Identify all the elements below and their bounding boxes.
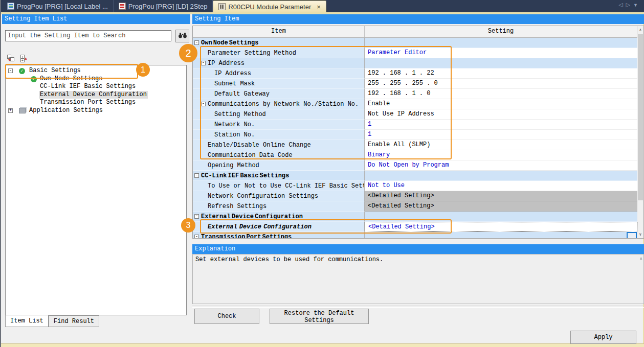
tab-list-icon[interactable]: ▼	[633, 3, 640, 8]
table-row[interactable]: -Own Node Settings	[193, 38, 643, 48]
scrollbar-thumb[interactable]	[638, 34, 643, 200]
tab-scroll-controls: ◁ ▷ ▼	[618, 2, 640, 8]
item-label: Own Node Settings	[201, 38, 258, 48]
next-tab-icon[interactable]: ▷	[626, 2, 632, 8]
tree-item[interactable]: ✓Own Node Settings	[6, 75, 186, 83]
tab-label: R00CPU Module Parameter	[228, 3, 311, 11]
table-row[interactable]: Refresh Settings<Detailed Setting>	[193, 201, 643, 212]
item-label: To Use or Not to Use CC-Link IEF Basic S…	[208, 181, 365, 191]
setting-cell[interactable]: <Detailed Setting>	[365, 201, 637, 212]
browse-button[interactable]: ..	[627, 232, 637, 239]
setting-cell[interactable]: 192 . 168 . 1 . 22	[365, 68, 637, 79]
setting-item-list-panel: Setting Item List -- ▼	[2, 14, 190, 328]
tree-item[interactable]: Transmission Port Settings	[6, 99, 186, 107]
setting-cell[interactable]: 255 . 255 . 255 . 0	[365, 79, 637, 89]
item-cell: Parameter Setting Method	[193, 48, 365, 58]
table-row[interactable]: -CC-Link IEF Basic Settings	[193, 171, 643, 181]
table-row[interactable]: -Transmission Port Settings	[193, 232, 643, 239]
setting-cell[interactable]: Not to Use	[365, 181, 637, 191]
setting-cell[interactable]: Not Use IP Address	[365, 109, 637, 120]
prev-tab-icon[interactable]: ◁	[618, 2, 625, 8]
tree-item[interactable]: +Application Settings	[6, 107, 186, 115]
table-scrollbar[interactable]: ∧ ∨	[637, 27, 643, 238]
table-row[interactable]: Parameter Setting MethodParameter Editor	[193, 48, 643, 58]
item-cell: External Device Configuration	[193, 222, 365, 232]
setting-cell[interactable]	[365, 171, 637, 181]
table-row[interactable]: External Device Configuration<Detailed S…	[193, 222, 643, 232]
tab-item-list[interactable]: Item List	[5, 315, 49, 327]
row-toggle-icon[interactable]: -	[201, 61, 206, 65]
table-row[interactable]: Subnet Mask255 . 255 . 255 . 0	[193, 79, 643, 89]
setting-cell[interactable]: <Detailed Setting>	[365, 191, 637, 201]
row-toggle-icon[interactable]: -	[194, 173, 199, 178]
document-tab-2[interactable]: ProgPou [PRG] [LD] 2Step	[114, 0, 213, 12]
item-cell: Network No.	[193, 120, 365, 130]
setting-value: 192 . 168 . 1 . 0	[368, 89, 430, 99]
setting-cell[interactable]	[365, 58, 637, 68]
setting-cell[interactable]: Parameter Editor	[365, 48, 637, 58]
row-toggle-icon[interactable]: -	[194, 40, 199, 45]
scroll-down-icon[interactable]: ∨	[637, 231, 643, 238]
table-row[interactable]: Opening MethodDo Not Open by Program	[193, 160, 643, 171]
table-row[interactable]: To Use or Not to Use CC-Link IEF Basic S…	[193, 181, 643, 191]
tab-label: ProgPou [PRG] [LD] 2Step	[128, 3, 208, 10]
module-parameter-icon	[218, 3, 226, 10]
expand-all-icon[interactable]: ++ ▲	[20, 55, 30, 62]
table-row[interactable]: Enable/Disable Online ChangeEnable All (…	[193, 140, 643, 150]
row-toggle-icon[interactable]: -	[194, 214, 199, 219]
item-cell: -CC-Link IEF Basic Settings	[193, 171, 365, 181]
collapse-all-icon[interactable]: -- ▼	[7, 55, 16, 62]
table-row[interactable]: IP Address192 . 168 . 1 . 22	[193, 68, 643, 79]
explanation-panel: Explanation Set external devices to be u…	[192, 244, 644, 304]
table-row[interactable]: Default Gateway192 . 168 . 1 . 0	[193, 89, 643, 99]
document-tab-1[interactable]: ProgPou [PRG] [Local Label ...	[2, 0, 114, 12]
callout-circle-3: 3	[181, 218, 195, 233]
close-icon[interactable]: ×	[317, 4, 321, 10]
setting-cell[interactable]: 192 . 168 . 1 . 0	[365, 89, 637, 99]
explanation-text: Set external devices to be used for comm…	[192, 254, 644, 304]
separator-line	[192, 306, 644, 308]
tree-toggle-icon[interactable]: +	[8, 108, 13, 113]
tree-item[interactable]: External Device Configuration	[6, 91, 186, 99]
setting-cell[interactable]: Enable All (SLMP)	[365, 140, 637, 150]
tree-item-label: Application Settings	[28, 107, 104, 115]
setting-cell[interactable]: 1	[365, 120, 637, 130]
table-row[interactable]: -Communications by Network No./Station N…	[193, 99, 643, 109]
setting-value: 255 . 255 . 255 . 0	[368, 79, 438, 88]
row-toggle-icon[interactable]: -	[201, 102, 206, 106]
table-row[interactable]: -External Device Configuration	[193, 212, 643, 222]
setting-cell[interactable]	[365, 232, 637, 239]
setting-cell[interactable]	[365, 212, 637, 222]
check-button[interactable]: Check	[194, 309, 259, 324]
tree-item[interactable]: CC-Link IEF Basic Settings	[6, 83, 186, 91]
setting-cell[interactable]: Do Not Open by Program	[365, 160, 637, 171]
apply-button[interactable]: Apply	[570, 331, 636, 344]
scroll-up-icon[interactable]: ∧	[637, 27, 643, 34]
callout-circle-2: 2	[179, 44, 197, 62]
binoculars-icon	[178, 32, 187, 40]
table-row[interactable]: Network Configuration Settings<Detailed …	[193, 191, 643, 201]
left-panel-tabs: Item List Find Result	[5, 315, 99, 327]
table-row[interactable]: -IP Address	[193, 58, 643, 68]
table-row[interactable]: Station No.1	[193, 130, 643, 140]
parameter-table: Item Setting -Own Node SettingsParameter…	[192, 26, 644, 239]
search-input[interactable]	[5, 30, 171, 41]
tree-toggle-icon[interactable]: -	[8, 68, 13, 73]
tree-item[interactable]: -✓Basic Settings	[6, 67, 186, 75]
table-row[interactable]: Network No.1	[193, 120, 643, 130]
row-toggle-icon[interactable]: -	[194, 235, 199, 239]
document-tab-3[interactable]: R00CPU Module Parameter×	[213, 1, 326, 12]
setting-cell[interactable]: Binary	[365, 150, 637, 160]
find-button[interactable]	[175, 30, 189, 42]
explanation-scroll-up-icon[interactable]: ∧	[640, 256, 642, 262]
setting-cell[interactable]	[365, 38, 637, 48]
setting-cell[interactable]: 1	[365, 130, 637, 140]
table-row[interactable]: Communication Data CodeBinary	[193, 150, 643, 160]
tab-find-result[interactable]: Find Result	[49, 315, 99, 327]
restore-defaults-button[interactable]: Restore the Default Settings	[270, 309, 369, 324]
item-cell: IP Address	[193, 68, 365, 79]
setting-cell[interactable]: <Detailed Setting>	[365, 222, 637, 232]
table-row[interactable]: Setting MethodNot Use IP Address	[193, 109, 643, 120]
setting-cell[interactable]: Enable	[365, 99, 637, 109]
item-label: Parameter Setting Method	[208, 48, 296, 58]
